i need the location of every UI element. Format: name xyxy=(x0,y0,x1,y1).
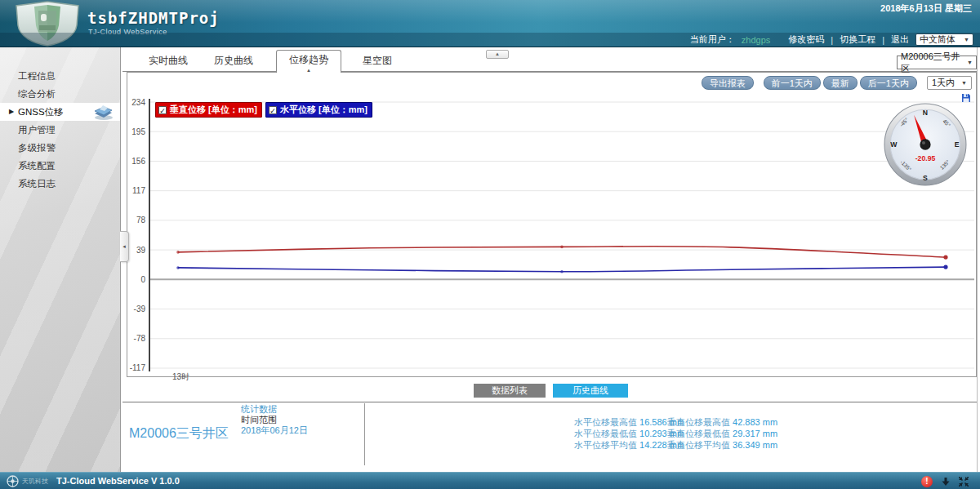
compass-value: -20.95 xyxy=(915,154,936,162)
sidebar-item-alarm[interactable]: 多级报警 xyxy=(0,139,120,157)
sidebar-item-project-info[interactable]: 工程信息 xyxy=(0,67,120,85)
tabs-bar: 实时曲线 历史曲线 位移趋势 ▲ 星空图 ▲ M20006三号井区 ▼ xyxy=(122,47,977,72)
logout-link[interactable]: 退出 xyxy=(891,33,909,46)
displacement-trend-chart: 23419515611778390-39-78-11713时 xyxy=(127,97,978,381)
data-list-button[interactable]: 数据列表 xyxy=(474,384,546,398)
svg-text:-78: -78 xyxy=(134,334,146,343)
legend-label: 水平位移 [单位：mm] xyxy=(280,104,368,116)
sidebar-item-analysis[interactable]: 综合分析 xyxy=(0,85,120,103)
tab-label: 星空图 xyxy=(363,55,392,66)
svg-text:39: 39 xyxy=(136,246,146,255)
tab-history-curve[interactable]: 历史曲线 xyxy=(201,51,266,72)
header-date: 2018年6月13日 星期三 xyxy=(880,2,972,15)
station-select-value: M20006三号井区 xyxy=(901,51,967,75)
latest-button[interactable]: 最新 xyxy=(823,76,858,90)
compass-east-label: E xyxy=(955,140,960,149)
separator: | xyxy=(831,35,833,45)
history-curve-button[interactable]: 历史曲线 xyxy=(553,384,628,398)
user-bar: 当前用户： zhdgps 修改密码 | 切换工程 | 退出 中文简体 ▼ xyxy=(0,33,980,47)
username: zhdgps xyxy=(742,35,770,45)
app-header: tsbfZHDMTProj TJ-Cloud WebService 2018年6… xyxy=(0,0,980,47)
tab-displacement-trend[interactable]: 位移趋势 ▲ xyxy=(276,50,341,73)
sidebar-nav: 工程信息 综合分析 ▶ GNSS位移 用户管理 多级报警 系统配置 系统日志 xyxy=(0,47,121,472)
time-range-label: 时间范围 xyxy=(241,415,308,425)
svg-text:-39: -39 xyxy=(134,305,146,313)
svg-text:13时: 13时 xyxy=(172,372,189,381)
svg-text:0: 0 xyxy=(140,275,145,284)
tab-skyplot[interactable]: 星空图 xyxy=(345,51,410,72)
svg-text:195: 195 xyxy=(131,127,145,136)
chevron-left-icon: ◂ xyxy=(122,243,126,250)
compass-north-label: N xyxy=(923,109,928,117)
sidebar-item-label: 系统配置 xyxy=(18,161,56,171)
sidebar-item-label: 工程信息 xyxy=(18,71,56,81)
svg-text:156: 156 xyxy=(131,157,145,166)
stat-row: 垂直位移最高值 42.883 mm xyxy=(667,416,777,428)
app-title: tsbfZHDMTProj xyxy=(87,9,220,27)
tab-label: 位移趋势 xyxy=(289,54,328,65)
chevron-down-icon: ▼ xyxy=(967,60,973,65)
footer-version: TJ-Cloud WebService V 1.0.0 xyxy=(56,476,180,486)
legend-horizontal-displacement[interactable]: ✓ 水平位移 [单位：mm] xyxy=(265,102,372,118)
sidebar-collapse-handle[interactable]: ◂ xyxy=(120,231,129,262)
chevron-down-icon: ▼ xyxy=(961,80,967,86)
current-user-label: 当前用户： xyxy=(690,33,735,46)
chart-panel: 导出报表 前一1天内 最新 后一1天内 1天内 ▼ ✓ 垂直位移 [单位：mm]… xyxy=(127,72,977,377)
separator: | xyxy=(882,35,884,45)
export-report-button[interactable]: 导出报表 xyxy=(702,76,754,90)
compass-south-label: S xyxy=(923,174,928,182)
tab-label: 历史曲线 xyxy=(214,55,253,66)
tab-realtime-curve[interactable]: 实时曲线 xyxy=(136,51,201,72)
chevron-down-icon: ▼ xyxy=(964,37,969,42)
sidebar-item-label: 综合分析 xyxy=(18,89,56,99)
change-password-link[interactable]: 修改密码 xyxy=(788,33,824,46)
sidebar-item-system-config[interactable]: 系统配置 xyxy=(0,157,120,175)
sidebar-item-label: 多级报警 xyxy=(18,143,56,153)
active-arrow-icon: ▶ xyxy=(9,103,14,121)
range-select[interactable]: 1天内 ▼ xyxy=(927,76,972,90)
prev-day-button[interactable]: 前一1天内 xyxy=(764,76,821,90)
chart-toolbar: 导出报表 前一1天内 最新 后一1天内 1天内 ▼ xyxy=(702,76,972,90)
tab-label: 实时曲线 xyxy=(149,55,188,66)
sidebar-item-gnss-displacement[interactable]: ▶ GNSS位移 xyxy=(0,103,120,121)
sidebar-item-label: GNSS位移 xyxy=(18,107,64,117)
stat-row: 垂直位移平均值 36.349 mm xyxy=(667,439,777,451)
sidebar-item-label: 系统日志 xyxy=(18,179,56,189)
footer-bar: 天玑科技 TJ-Cloud WebService V 1.0.0 ! xyxy=(0,472,980,489)
footer-actions: ! xyxy=(921,473,969,489)
sidebar-item-user-management[interactable]: 用户管理 xyxy=(0,121,120,139)
svg-text:78: 78 xyxy=(136,216,146,224)
svg-text:234: 234 xyxy=(131,98,145,107)
range-select-value: 1天内 xyxy=(932,77,955,89)
legend-label: 垂直位移 [单位：mm] xyxy=(170,104,257,116)
statistics-panel: M20006三号井区 统计数据 时间范围 2018年06月12日 水平位移最高值… xyxy=(122,402,977,472)
checkbox-checked-icon[interactable]: ✓ xyxy=(158,106,167,114)
station-select[interactable]: M20006三号井区 ▼ xyxy=(897,56,977,69)
divider xyxy=(364,403,365,465)
direction-compass-gauge: N E S W 45° 135° -135° -45° -20.95 xyxy=(884,103,967,186)
legend-vertical-displacement[interactable]: ✓ 垂直位移 [单位：mm] xyxy=(155,102,262,118)
next-day-button[interactable]: 后一1天内 xyxy=(860,76,917,90)
compass-west-label: W xyxy=(890,140,898,149)
main-content: 实时曲线 历史曲线 位移趋势 ▲ 星空图 ▲ M20006三号井区 ▼ 导出报表… xyxy=(122,47,978,472)
panel-collapse-button[interactable]: ▲ xyxy=(486,50,509,59)
language-value: 中文简体 xyxy=(920,33,956,46)
gnss-device-icon xyxy=(92,103,114,121)
sidebar-item-label: 用户管理 xyxy=(18,125,56,135)
statistics-meta: 统计数据 时间范围 2018年06月12日 xyxy=(241,404,308,436)
svg-text:-117: -117 xyxy=(130,363,146,372)
save-icon[interactable] xyxy=(961,93,971,103)
switch-project-link[interactable]: 切换工程 xyxy=(840,33,875,46)
language-select[interactable]: 中文简体 ▼ xyxy=(915,33,973,46)
download-arrow-icon[interactable] xyxy=(941,477,951,487)
caret-up-icon: ▲ xyxy=(495,51,500,56)
alert-icon[interactable]: ! xyxy=(921,476,933,487)
statistics-title: 统计数据 xyxy=(241,404,308,415)
checkbox-checked-icon[interactable]: ✓ xyxy=(269,106,277,114)
fullscreen-icon[interactable] xyxy=(959,477,969,487)
chart-legend: ✓ 垂直位移 [单位：mm] ✓ 水平位移 [单位：mm] xyxy=(155,102,372,118)
footer-logo xyxy=(7,475,19,487)
sidebar-item-system-log[interactable]: 系统日志 xyxy=(0,175,120,193)
footer-brand: 天玑科技 xyxy=(22,477,48,486)
tab-indicator-icon: ▲ xyxy=(306,68,311,73)
